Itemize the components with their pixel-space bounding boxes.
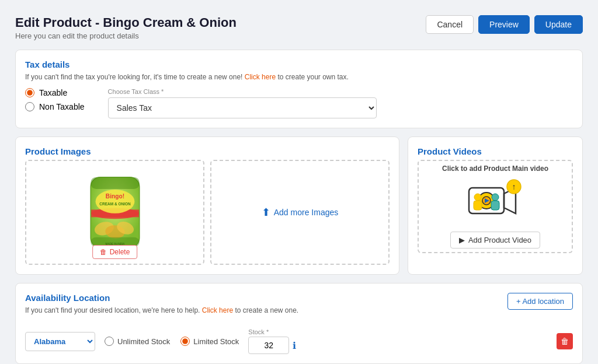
image-slot-1: Bingo! CREAM & ONION MADE IN INDIA 🗑 D bbox=[25, 160, 204, 265]
images-grid: Bingo! CREAM & ONION MADE IN INDIA 🗑 D bbox=[25, 160, 390, 265]
unlimited-stock-label[interactable]: Unlimited Stock bbox=[105, 337, 170, 346]
preview-button[interactable]: Preview bbox=[478, 15, 530, 34]
video-camera-icon: ↑ bbox=[466, 177, 524, 221]
upload-icon: ⬆ bbox=[262, 206, 270, 219]
non-taxable-radio[interactable] bbox=[25, 102, 34, 111]
delete-image-button[interactable]: 🗑 Delete bbox=[92, 245, 138, 259]
page-subtitle: Here you can edit the product details bbox=[15, 32, 237, 40]
limited-stock-radio[interactable] bbox=[180, 337, 190, 346]
stock-input[interactable] bbox=[248, 337, 289, 354]
delete-location-button[interactable]: 🗑 bbox=[557, 333, 573, 349]
media-section: Product Images bbox=[15, 136, 583, 275]
video-click-text: Click to add Product Main video bbox=[442, 164, 548, 173]
trash-icon: 🗑 bbox=[561, 337, 569, 346]
unlimited-stock-radio[interactable] bbox=[105, 337, 114, 346]
delete-label: Delete bbox=[110, 248, 130, 256]
stock-radio-group: Unlimited Stock Limited Stock bbox=[105, 337, 239, 346]
taxable-radio[interactable] bbox=[25, 88, 34, 97]
svg-text:Bingo!: Bingo! bbox=[105, 193, 124, 200]
header-buttons: Cancel Preview Update bbox=[426, 15, 583, 34]
tax-row: Taxable Non Taxable Choose Tax Class * S… bbox=[25, 88, 573, 118]
tax-details-subtitle: If you can't find the tax you're looking… bbox=[25, 73, 573, 81]
info-icon: ℹ bbox=[293, 340, 296, 351]
availability-card: Availability Location If you can't find … bbox=[15, 283, 583, 364]
avail-subtitle: If you can't find your desired location,… bbox=[25, 306, 298, 314]
video-placeholder[interactable]: Click to add Product Main video bbox=[418, 160, 573, 253]
product-images-title: Product Images bbox=[25, 146, 390, 156]
svg-rect-1 bbox=[91, 177, 140, 189]
add-more-images-btn[interactable]: ⬆ Add more Images bbox=[262, 206, 339, 219]
unlimited-stock-text: Unlimited Stock bbox=[117, 337, 170, 346]
header-text-group: Edit Product - Bingo Cream & Onion Here … bbox=[15, 15, 237, 40]
tax-click-here-link[interactable]: Click here bbox=[245, 73, 276, 81]
svg-point-19 bbox=[492, 194, 499, 201]
update-button[interactable]: Update bbox=[534, 15, 583, 34]
limited-stock-text: Limited Stock bbox=[193, 337, 239, 346]
avail-subtitle-suffix: to create a new one. bbox=[235, 306, 298, 314]
svg-rect-20 bbox=[491, 201, 499, 210]
product-images-card: Product Images bbox=[15, 136, 399, 275]
add-more-label: Add more Images bbox=[274, 208, 339, 217]
page-title: Edit Product - Bingo Cream & Onion bbox=[15, 15, 237, 30]
add-location-button[interactable]: + Add location bbox=[507, 293, 573, 310]
app-container: Edit Product - Bingo Cream & Onion Here … bbox=[6, 6, 592, 364]
tax-radio-group: Taxable Non Taxable bbox=[25, 88, 85, 111]
avail-header-text: Availability Location If you can't find … bbox=[25, 293, 298, 321]
taxable-radio-label[interactable]: Taxable bbox=[25, 88, 85, 97]
availability-title: Availability Location bbox=[25, 293, 298, 303]
location-select[interactable]: Alabama bbox=[25, 332, 95, 351]
tax-details-title: Tax details bbox=[25, 60, 573, 69]
page-header: Edit Product - Bingo Cream & Onion Here … bbox=[15, 15, 583, 40]
tax-subtitle-suffix: to create your own tax. bbox=[277, 73, 348, 81]
tax-subtitle-prefix: If you can't find the tax you're looking… bbox=[25, 73, 242, 81]
add-image-slot[interactable]: ⬆ Add more Images bbox=[210, 160, 390, 265]
limited-stock-label[interactable]: Limited Stock bbox=[180, 337, 239, 346]
play-circle-icon: ▶ bbox=[459, 236, 465, 244]
svg-rect-18 bbox=[474, 201, 482, 210]
svg-text:CREAM & ONION: CREAM & ONION bbox=[99, 202, 131, 206]
stock-input-group: Stock * ℹ bbox=[248, 328, 296, 354]
tax-details-card: Tax details If you can't find the tax yo… bbox=[15, 50, 583, 128]
avail-row: Alabama Unlimited Stock Limited Stock St… bbox=[25, 328, 573, 354]
svg-point-17 bbox=[474, 194, 481, 201]
tax-class-label: Choose Tax Class * bbox=[108, 88, 573, 95]
non-taxable-label: Non Taxable bbox=[39, 102, 85, 111]
cancel-button[interactable]: Cancel bbox=[426, 15, 474, 34]
non-taxable-radio-label[interactable]: Non Taxable bbox=[25, 102, 85, 111]
product-videos-title: Product Videos bbox=[418, 146, 573, 156]
avail-header: Availability Location If you can't find … bbox=[25, 293, 573, 321]
add-video-label: Add Product Video bbox=[468, 236, 531, 244]
tax-class-select[interactable]: Sales Tax bbox=[108, 97, 377, 118]
product-videos-card: Product Videos Click to add Product Main… bbox=[408, 136, 583, 275]
svg-text:↑: ↑ bbox=[512, 182, 516, 191]
avail-subtitle-prefix: If you can't find your desired location,… bbox=[25, 306, 200, 314]
stock-input-label: Stock * bbox=[248, 328, 296, 335]
product-image: Bingo! CREAM & ONION MADE IN INDIA bbox=[83, 174, 147, 250]
taxable-label: Taxable bbox=[39, 88, 67, 97]
stock-input-row: ℹ bbox=[248, 337, 296, 354]
add-product-video-button[interactable]: ▶ Add Product Video bbox=[450, 232, 540, 249]
trash-icon: 🗑 bbox=[100, 248, 107, 256]
avail-click-here-link[interactable]: Click here bbox=[202, 306, 233, 314]
tax-select-group: Choose Tax Class * Sales Tax bbox=[108, 88, 573, 118]
